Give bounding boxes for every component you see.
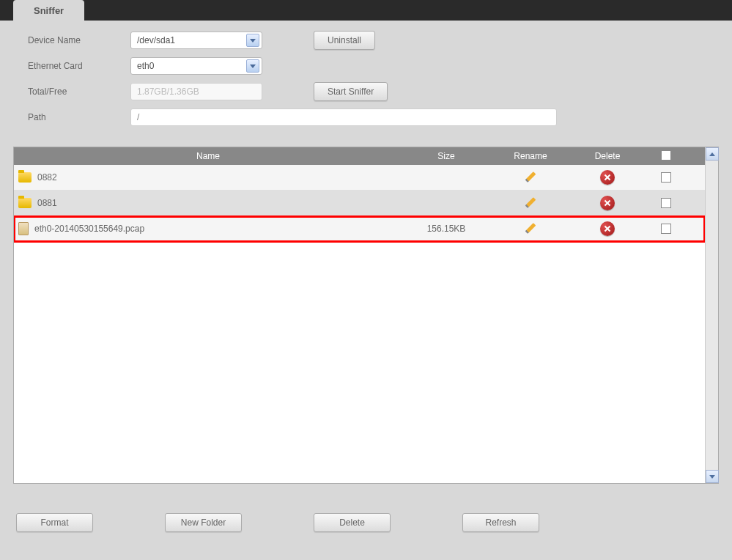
start-sniffer-button[interactable]: Start Sniffer — [314, 82, 388, 101]
row-checkbox[interactable] — [661, 198, 671, 208]
row-name-text: 0882 — [37, 172, 57, 183]
col-header-rename: Rename — [490, 151, 571, 161]
refresh-button[interactable]: Refresh — [462, 513, 539, 532]
scrollbar[interactable] — [705, 147, 718, 483]
total-free-label: Total/Free — [28, 86, 130, 97]
delete-icon[interactable] — [600, 170, 615, 185]
row-check — [644, 172, 688, 183]
device-name-select[interactable]: /dev/sda1 — [130, 32, 262, 49]
format-button[interactable]: Format — [16, 513, 93, 532]
delete-icon[interactable] — [600, 196, 615, 210]
total-free-field: 1.87GB/1.36GB — [130, 83, 262, 100]
path-field[interactable]: / — [130, 108, 557, 126]
form-row-ethernet: Ethernet Card eth0 — [28, 57, 717, 75]
row-check — [644, 224, 688, 234]
ethernet-card-value: eth0 — [137, 61, 154, 71]
form-row-path: Path / — [28, 108, 717, 126]
row-name: 0882 — [14, 172, 402, 183]
form-area: Device Name /dev/sda1 Uninstall Ethernet… — [0, 21, 732, 141]
file-table-container: Name Size Rename Delete 0882 — [13, 147, 719, 484]
folder-icon — [18, 198, 32, 208]
form-row-device: Device Name /dev/sda1 Uninstall — [28, 31, 717, 50]
select-all-checkbox[interactable] — [662, 151, 670, 160]
row-rename — [490, 196, 571, 210]
row-name-text: eth0-20140530155649.pcap — [34, 224, 144, 234]
pencil-icon[interactable] — [523, 221, 538, 236]
row-delete — [571, 196, 644, 210]
scroll-down-icon[interactable] — [706, 470, 719, 483]
row-name: 0881 — [14, 198, 402, 208]
new-folder-button[interactable]: New Folder — [165, 513, 242, 532]
bottom-buttons: Format New Folder Delete Refresh — [0, 484, 732, 532]
uninstall-button[interactable]: Uninstall — [314, 31, 375, 50]
chevron-down-icon[interactable] — [246, 34, 259, 47]
table-header: Name Size Rename Delete — [14, 147, 705, 165]
ethernet-card-select[interactable]: eth0 — [130, 57, 262, 75]
top-bar: Sniffer — [0, 0, 732, 21]
form-row-totalfree: Total/Free 1.87GB/1.36GB Start Sniffer — [28, 82, 717, 101]
scroll-up-icon[interactable] — [706, 147, 719, 161]
row-rename — [490, 170, 571, 185]
col-header-check — [644, 151, 688, 162]
row-name: eth0-20140530155649.pcap — [14, 222, 402, 235]
tab-sniffer[interactable]: Sniffer — [13, 0, 84, 21]
row-size: 156.15KB — [402, 224, 490, 234]
col-header-name: Name — [14, 151, 402, 161]
device-name-label: Device Name — [28, 35, 130, 45]
chevron-down-icon[interactable] — [246, 59, 259, 73]
delete-button[interactable]: Delete — [314, 513, 391, 532]
folder-icon — [18, 172, 32, 183]
row-checkbox[interactable] — [661, 172, 671, 183]
table-row[interactable]: 0882 — [14, 165, 705, 191]
file-icon — [18, 222, 29, 235]
row-name-text: 0881 — [37, 198, 57, 208]
device-name-value: /dev/sda1 — [137, 35, 175, 45]
table-row[interactable]: 0881 — [14, 191, 705, 216]
row-checkbox[interactable] — [661, 224, 671, 234]
file-table: Name Size Rename Delete 0882 — [14, 147, 705, 483]
delete-icon[interactable] — [600, 221, 615, 236]
col-header-size: Size — [402, 151, 490, 161]
row-delete — [571, 170, 644, 185]
path-label: Path — [28, 112, 130, 122]
pencil-icon[interactable] — [523, 196, 538, 210]
col-header-delete: Delete — [571, 151, 644, 161]
ethernet-card-label: Ethernet Card — [28, 61, 130, 71]
row-check — [644, 198, 688, 208]
row-rename — [490, 221, 571, 236]
row-delete — [571, 221, 644, 236]
table-row[interactable]: eth0-20140530155649.pcap 156.15KB — [14, 216, 705, 242]
pencil-icon[interactable] — [523, 170, 538, 185]
